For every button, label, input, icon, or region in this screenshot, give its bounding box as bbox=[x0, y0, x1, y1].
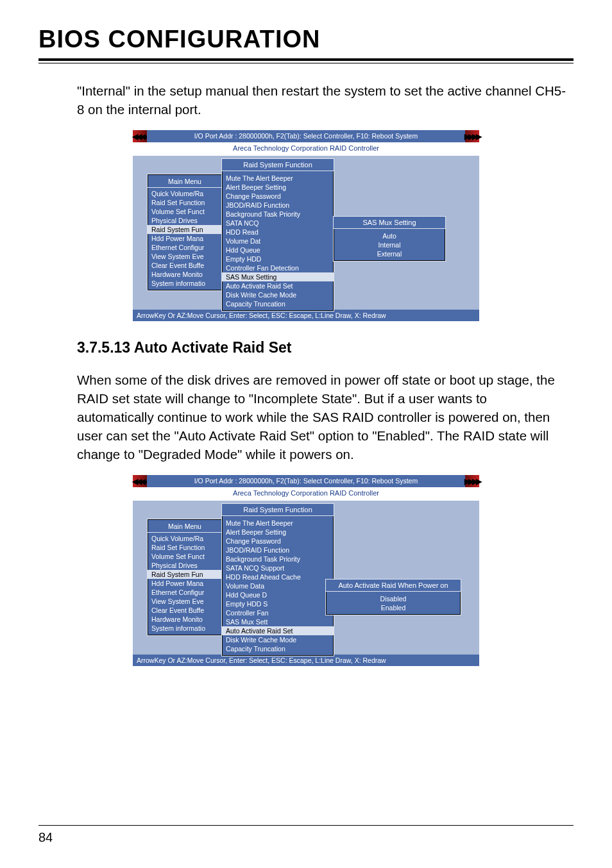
bios-screenshot-1: ◀◀◀◀ I/O Port Addr : 28000000h, F2(Tab):… bbox=[133, 130, 479, 321]
raid-item[interactable]: SAS Mux Sett bbox=[226, 617, 330, 626]
raid-item[interactable]: SATA NCQ bbox=[226, 219, 330, 228]
bios-screenshot-2: ◀◀◀◀ I/O Port Addr : 28000000h, F2(Tab):… bbox=[133, 475, 479, 666]
menu-item[interactable]: System informatio bbox=[151, 279, 218, 288]
auto-activate-popup: Auto Activate Raid When Power on Disable… bbox=[325, 579, 461, 615]
popup-option[interactable]: Auto bbox=[337, 231, 441, 240]
menu-item[interactable]: Physical Drives bbox=[151, 561, 218, 570]
raid-item[interactable]: Empty HDD S bbox=[226, 599, 330, 608]
main-menu-panel: Main Menu Quick Volume/Ra Raid Set Funct… bbox=[147, 174, 223, 291]
menu-item-selected[interactable]: Raid System Fun bbox=[148, 570, 222, 579]
menu-item[interactable]: Ethernet Configur bbox=[151, 588, 218, 597]
popup-option[interactable]: Disabled bbox=[330, 594, 457, 603]
raid-item[interactable]: HDD Read Ahead Cache bbox=[226, 572, 330, 581]
popup-title: Auto Activate Raid When Power on bbox=[326, 580, 461, 592]
menu-item[interactable]: Clear Event Buffe bbox=[151, 261, 218, 270]
title-rule bbox=[38, 58, 574, 63]
raid-function-panel: Raid System Function Mute The Alert Beep… bbox=[221, 158, 334, 312]
bios-subheader: Areca Technology Corporation RAID Contro… bbox=[133, 142, 479, 156]
menu-item[interactable]: Hdd Power Mana bbox=[151, 579, 218, 588]
raid-item[interactable]: Mute The Alert Beeper bbox=[226, 519, 330, 528]
raid-item[interactable]: Auto Activate Raid Set bbox=[226, 281, 330, 290]
main-menu-panel: Main Menu Quick Volume/Ra Raid Set Funct… bbox=[147, 519, 223, 636]
menu-item[interactable]: Volume Set Funct bbox=[151, 207, 218, 216]
raid-item[interactable]: Empty HDD bbox=[226, 255, 330, 263]
sas-mux-popup: SAS Mux Setting Auto Internal External bbox=[333, 216, 446, 262]
menu-item-selected[interactable]: Raid System Fun bbox=[148, 225, 222, 234]
main-menu-title: Main Menu bbox=[151, 177, 218, 186]
arrow-left-icon: ◀◀◀◀ bbox=[133, 130, 147, 142]
arrow-left-icon: ◀◀◀◀ bbox=[133, 475, 147, 487]
raid-item[interactable]: Disk Write Cache Mode bbox=[226, 290, 330, 299]
raid-item[interactable]: Controller Fan bbox=[226, 608, 330, 617]
menu-item[interactable]: Raid Set Function bbox=[151, 543, 218, 552]
raid-function-panel: Raid System Function Mute The Alert Beep… bbox=[221, 503, 334, 656]
main-menu-title: Main Menu bbox=[151, 522, 218, 531]
section-paragraph: When some of the disk drives are removed… bbox=[77, 371, 567, 464]
menu-item[interactable]: Volume Set Funct bbox=[151, 552, 218, 561]
popup-option[interactable]: Internal bbox=[337, 240, 441, 249]
menu-item[interactable]: System informatio bbox=[151, 624, 218, 633]
raid-item[interactable]: JBOD/RAID Function bbox=[226, 201, 330, 210]
footer-rule bbox=[38, 825, 574, 826]
raid-item[interactable]: Hdd Queue D bbox=[226, 590, 330, 599]
raid-item[interactable]: Background Task Priority bbox=[226, 210, 330, 219]
menu-item[interactable]: View System Eve bbox=[151, 597, 218, 606]
menu-item[interactable]: Quick Volume/Ra bbox=[151, 189, 218, 198]
bios-subheader: Areca Technology Corporation RAID Contro… bbox=[133, 487, 479, 501]
arrow-right-icon: ▶▶▶▶ bbox=[465, 475, 479, 487]
raid-item[interactable]: Capacity Truncation bbox=[226, 644, 330, 653]
section-heading: 3.7.5.13 Auto Activate Raid Set bbox=[77, 339, 574, 356]
page-title: BIOS CONFIGURATION bbox=[38, 26, 574, 53]
menu-item[interactable]: View System Eve bbox=[151, 252, 218, 261]
raid-item[interactable]: Alert Beeper Setting bbox=[226, 528, 330, 537]
menu-item[interactable]: Raid Set Function bbox=[151, 198, 218, 207]
popup-option[interactable]: External bbox=[337, 249, 441, 258]
menu-item[interactable]: Hdd Power Mana bbox=[151, 234, 218, 243]
popup-title: SAS Mux Setting bbox=[334, 217, 445, 229]
popup-option[interactable]: Enabled bbox=[330, 603, 457, 612]
menu-item[interactable]: Ethernet Configur bbox=[151, 243, 218, 252]
raid-item-selected[interactable]: Auto Activate Raid Set bbox=[222, 626, 334, 635]
menu-item[interactable]: Physical Drives bbox=[151, 216, 218, 225]
raid-item[interactable]: Alert Beeper Setting bbox=[226, 183, 330, 192]
menu-item[interactable]: Hardware Monito bbox=[151, 270, 218, 279]
menu-item[interactable]: Clear Event Buffe bbox=[151, 606, 218, 615]
raid-item[interactable]: Mute The Alert Beeper bbox=[226, 174, 330, 183]
bios-header: I/O Port Addr : 28000000h, F2(Tab): Sele… bbox=[147, 130, 465, 142]
raid-item[interactable]: Background Task Priority bbox=[226, 555, 330, 563]
page-number: 84 bbox=[38, 830, 53, 845]
menu-item[interactable]: Quick Volume/Ra bbox=[151, 534, 218, 543]
raid-item[interactable]: Change Password bbox=[226, 192, 330, 201]
raid-item[interactable]: Hdd Queue bbox=[226, 246, 330, 255]
raid-item[interactable]: Controller Fan Detection bbox=[226, 263, 330, 272]
raid-item[interactable]: HDD Read bbox=[226, 228, 330, 237]
raid-item[interactable]: JBOD/RAID Function bbox=[226, 546, 330, 555]
raid-function-title: Raid System Function bbox=[222, 159, 334, 171]
raid-item[interactable]: Volume Dat bbox=[226, 237, 330, 246]
bios-header: I/O Port Addr : 28000000h, F2(Tab): Sele… bbox=[147, 475, 465, 487]
raid-item[interactable]: Volume Data bbox=[226, 581, 330, 590]
raid-item-selected[interactable]: SAS Mux Setting bbox=[222, 272, 334, 281]
intro-paragraph: "Internal" in the setup manual then rest… bbox=[77, 81, 567, 119]
raid-function-title: Raid System Function bbox=[222, 504, 334, 516]
menu-item[interactable]: Hardware Monito bbox=[151, 615, 218, 624]
raid-item[interactable]: SATA NCQ Support bbox=[226, 563, 330, 572]
raid-item[interactable]: Capacity Truncation bbox=[226, 299, 330, 308]
raid-item[interactable]: Change Password bbox=[226, 537, 330, 546]
raid-item[interactable]: Disk Write Cache Mode bbox=[226, 635, 330, 644]
arrow-right-icon: ▶▶▶▶ bbox=[465, 130, 479, 142]
